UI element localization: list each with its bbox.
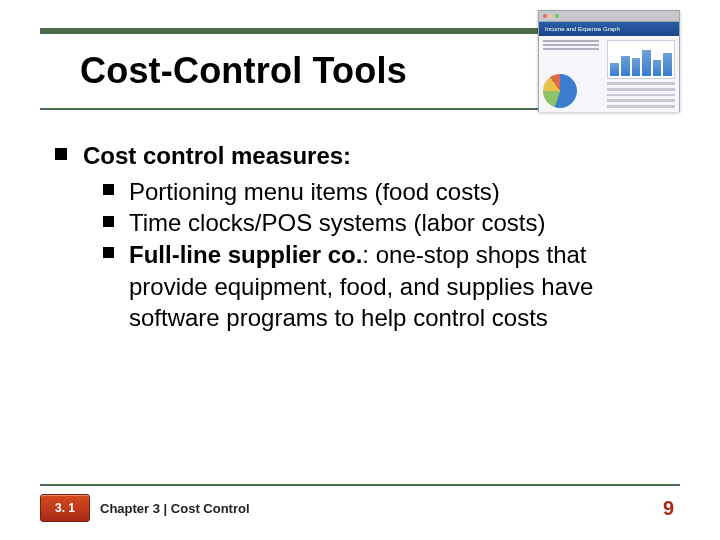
list-item-text: Time clocks/POS systems (labor costs): [129, 209, 546, 236]
list-item: Full-line supplier co.: one-stop shops t…: [103, 239, 665, 334]
thumbnail-body: [539, 36, 679, 112]
text-line: [543, 48, 599, 50]
thumbnail-header: Income and Expense Graph: [539, 22, 679, 36]
chart-window-thumbnail: Income and Expense Graph: [538, 10, 680, 112]
text-line: [607, 94, 675, 97]
pie-chart-icon: [543, 74, 577, 108]
text-line: [607, 82, 675, 85]
slide: Cost-Control Tools Income and Expense Gr…: [0, 0, 720, 540]
list-item-text: Portioning menu items (food costs): [129, 178, 500, 205]
section-badge: 3. 1: [40, 494, 90, 522]
text-line: [543, 40, 599, 42]
text-line: [607, 88, 675, 91]
text-line: [607, 99, 675, 102]
chapter-label: Chapter 3 | Cost Control: [100, 501, 250, 516]
window-titlebar-icon: [539, 11, 679, 22]
bar-chart-icon: [607, 40, 675, 79]
list-item: Time clocks/POS systems (labor costs): [103, 207, 665, 239]
list-item: Portioning menu items (food costs): [103, 176, 665, 208]
list-item-bold-lead: Full-line supplier co.: [129, 241, 362, 268]
text-line: [543, 44, 599, 46]
slide-title: Cost-Control Tools: [80, 50, 407, 92]
footer-rule: [40, 484, 680, 486]
content-area: Cost control measures: Portioning menu i…: [55, 140, 665, 334]
sub-bullet-list: Portioning menu items (food costs) Time …: [103, 176, 665, 334]
text-line: [607, 105, 675, 108]
bullet-heading: Cost control measures:: [55, 140, 665, 172]
page-number: 9: [663, 497, 674, 520]
